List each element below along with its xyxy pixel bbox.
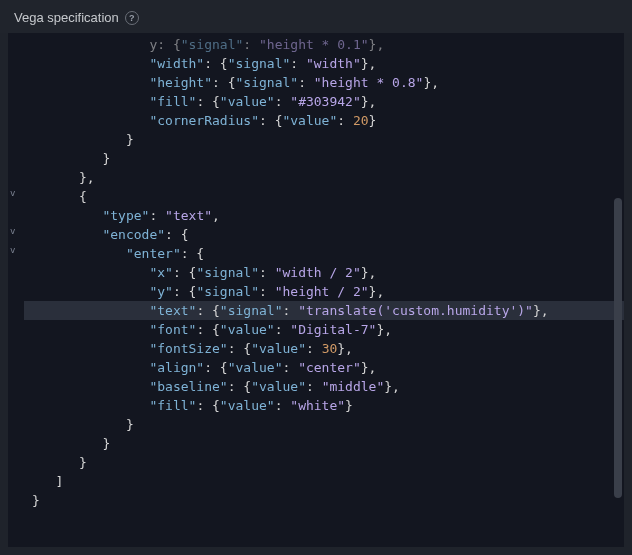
code-line[interactable]: "fill": {"value": "#303942"}, xyxy=(24,92,624,111)
code-line[interactable]: } xyxy=(24,453,624,472)
code-line[interactable]: } xyxy=(24,130,624,149)
code-editor[interactable]: vvv y: {"signal": "height * 0.1"}, "widt… xyxy=(8,33,624,547)
code-line[interactable]: }, xyxy=(24,168,624,187)
code-line[interactable]: y: {"signal": "height * 0.1"}, xyxy=(24,35,624,54)
code-line[interactable]: "y": {"signal": "height / 2"}, xyxy=(24,282,624,301)
code-line[interactable]: } xyxy=(24,434,624,453)
code-line[interactable]: "font": {"value": "Digital-7"}, xyxy=(24,320,624,339)
code-line[interactable]: "encode": { xyxy=(24,225,624,244)
code-line[interactable]: { xyxy=(24,187,624,206)
code-line[interactable]: "baseline": {"value": "middle"}, xyxy=(24,377,624,396)
code-line[interactable]: "text": {"signal": "translate('custom.hu… xyxy=(24,301,624,320)
code-line[interactable]: } xyxy=(24,149,624,168)
code-line[interactable]: "height": {"signal": "height * 0.8"}, xyxy=(24,73,624,92)
panel-header: Vega specification ? xyxy=(0,0,632,33)
code-line[interactable]: "align": {"value": "center"}, xyxy=(24,358,624,377)
code-area[interactable]: y: {"signal": "height * 0.1"}, "width": … xyxy=(8,33,624,547)
code-line[interactable]: } xyxy=(24,415,624,434)
vertical-scrollbar[interactable] xyxy=(614,198,622,498)
code-line[interactable]: "cornerRadius": {"value": 20} xyxy=(24,111,624,130)
code-line[interactable]: } xyxy=(24,491,624,510)
code-line[interactable]: "enter": { xyxy=(24,244,624,263)
vega-spec-panel: Vega specification ? vvv y: {"signal": "… xyxy=(0,0,632,555)
panel-title: Vega specification xyxy=(14,10,119,25)
help-icon[interactable]: ? xyxy=(125,11,139,25)
code-line[interactable]: "type": "text", xyxy=(24,206,624,225)
code-line[interactable]: "x": {"signal": "width / 2"}, xyxy=(24,263,624,282)
code-line[interactable]: "width": {"signal": "width"}, xyxy=(24,54,624,73)
code-line[interactable]: "fontSize": {"value": 30}, xyxy=(24,339,624,358)
code-line[interactable]: ] xyxy=(24,472,624,491)
code-line[interactable]: "fill": {"value": "white"} xyxy=(24,396,624,415)
